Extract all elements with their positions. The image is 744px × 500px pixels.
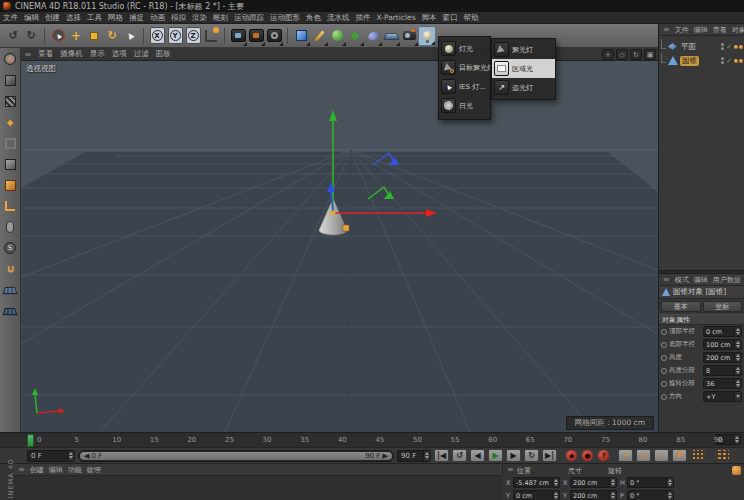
autokey-button[interactable]: ● [581, 449, 594, 462]
timeline-tick[interactable]: 40 [338, 436, 347, 444]
stepper[interactable] [666, 491, 673, 500]
viewport-menu-icon[interactable]: ≡ [21, 50, 35, 59]
coordinate-system-button[interactable] [202, 26, 220, 46]
lock-x-button[interactable]: X [148, 26, 166, 46]
gizmo-scale-handle[interactable] [343, 225, 349, 231]
key-rotation-toggle[interactable]: ○ [654, 449, 669, 462]
timeline-tick[interactable]: 75 [601, 436, 610, 444]
menu-plugins[interactable]: 插件 [353, 13, 374, 23]
attribute-manager-menu-icon[interactable]: ≡ [661, 275, 672, 284]
redo-button[interactable]: ↻ [22, 26, 40, 46]
menu-snap[interactable]: 捕捉 [126, 13, 147, 23]
menu-edit[interactable]: 编辑 [21, 13, 42, 23]
stepper[interactable] [734, 366, 741, 375]
timeline-tick[interactable]: 35 [300, 436, 309, 444]
frame-range-bar[interactable]: ◀ 0 F 90 F ▶ [80, 452, 392, 460]
timeline-tick[interactable]: 30 [263, 436, 272, 444]
primitive-cube-button[interactable] [292, 26, 310, 46]
menu-xparticles[interactable]: X-Particles [374, 13, 419, 22]
orientation-select[interactable]: +Y [703, 391, 742, 402]
size-y-input[interactable]: 200 cm [570, 490, 617, 500]
subdivision-surface-button[interactable] [328, 26, 346, 46]
timeline-tick[interactable]: 50 [413, 436, 422, 444]
magnet-snap-button[interactable]: ∩ [1, 260, 19, 278]
plane-mode-button[interactable] [1, 302, 19, 320]
timeline-tick[interactable]: 20 [187, 436, 196, 444]
object-name-selected[interactable]: 圆锥 [680, 56, 699, 66]
am-menu-userdata[interactable]: 用户数据 [711, 275, 743, 285]
light-button[interactable] [418, 26, 436, 46]
scale-tool-button[interactable] [85, 26, 103, 46]
top-radius-input[interactable]: 0 cm [703, 326, 742, 337]
record-keyframe-button[interactable]: ◆ [565, 449, 578, 462]
coordinates-panel-icon[interactable] [732, 466, 741, 475]
timeline-tick[interactable]: 25 [225, 436, 234, 444]
om-menu-objects[interactable]: 对象 [730, 25, 744, 35]
volume-button[interactable] [364, 26, 382, 46]
play-button[interactable]: ▶ [488, 449, 503, 462]
current-frame-field[interactable]: 0 F [27, 450, 75, 462]
timeline-tick[interactable]: 70 [563, 436, 572, 444]
menu-character[interactable]: 角色 [303, 13, 324, 23]
timeline-ruler[interactable]: 0 051015202530354045505560657075808590 [0, 432, 744, 447]
menu-render[interactable]: 渲染 [189, 13, 210, 23]
edge-mode-button[interactable] [1, 134, 19, 152]
menu-mograph[interactable]: 运动图形 [267, 13, 303, 23]
key-position-toggle[interactable]: + [618, 449, 633, 462]
menu-file[interactable]: 文件 [0, 13, 21, 23]
menu-select[interactable]: 选择 [63, 13, 84, 23]
vp-menu-filter[interactable]: 过滤 [130, 49, 152, 59]
dropdown-arrow-icon[interactable] [734, 392, 741, 401]
object-name[interactable]: 平面 [679, 42, 698, 52]
play-reverse-button[interactable]: ↺ [452, 449, 467, 462]
keyframe-dots-button[interactable] [715, 449, 730, 462]
stepper[interactable] [734, 379, 741, 388]
vp-menu-cameras[interactable]: 摄像机 [57, 49, 87, 59]
size-x-input[interactable]: 200 cm [570, 477, 617, 488]
tab-coordinates[interactable]: 坐标 [703, 301, 743, 312]
timeline-tick[interactable]: 5 [75, 436, 79, 444]
enabled-check-icon[interactable]: ✓ [726, 57, 732, 65]
stepper[interactable] [733, 435, 740, 444]
play-loop-button[interactable]: ↻ [524, 449, 539, 462]
polygon-mode-button[interactable] [1, 155, 19, 173]
vp-menu-view[interactable]: 查看 [35, 49, 57, 59]
rotate-view-icon[interactable]: ↻ [630, 49, 642, 60]
prev-frame-button[interactable]: ◀ [470, 449, 485, 462]
zoom-view-icon[interactable]: ◇ [616, 49, 628, 60]
live-selection-button[interactable]: ▲ [49, 26, 67, 46]
axis-mode-button[interactable] [1, 176, 19, 194]
bottom-radius-input[interactable]: 100 cm [703, 339, 742, 350]
viewport-canvas[interactable] [21, 61, 658, 432]
key-pla-toggle[interactable] [690, 449, 705, 462]
menu-window[interactable]: 窗口 [440, 13, 461, 23]
rotation-segments-input[interactable]: 36 [703, 378, 742, 389]
render-view-button[interactable] [229, 26, 247, 46]
menu-sculpt[interactable]: 雕刻 [210, 13, 231, 23]
timeline-tick[interactable]: 65 [526, 436, 535, 444]
camera-button[interactable] [400, 26, 418, 46]
tab-basic[interactable]: 基本 [661, 301, 701, 312]
viewport[interactable]: ≡ 查看 摄像机 显示 选项 过滤 面板 + ◇ ↻ ▣ 透视视图 网格间距 :… [21, 48, 658, 432]
keyframe-selection-button[interactable]: ? [597, 449, 610, 462]
stepper[interactable] [609, 478, 616, 487]
lock-y-button[interactable]: Y [166, 26, 184, 46]
menu-mesh[interactable]: 网格 [105, 13, 126, 23]
timeline-tick[interactable]: 55 [451, 436, 460, 444]
animate-dot-icon[interactable] [661, 329, 667, 335]
stepper[interactable] [552, 478, 559, 487]
menu-script[interactable]: 脚本 [419, 13, 440, 23]
animate-dot-icon[interactable] [661, 394, 667, 400]
animate-dot-icon[interactable] [661, 355, 667, 361]
render-picture-viewer-button[interactable] [247, 26, 265, 46]
timeline-tick[interactable]: 45 [375, 436, 384, 444]
gizmo-origin[interactable] [331, 211, 336, 216]
lock-z-button[interactable]: Z [184, 26, 202, 46]
vp-menu-options[interactable]: 选项 [108, 49, 130, 59]
stepper[interactable] [734, 327, 741, 336]
om-menu-file[interactable]: 文件 [673, 25, 691, 35]
object-tags-icon[interactable] [734, 59, 743, 63]
key-scale-toggle[interactable]: □ [636, 449, 651, 462]
menu-tools[interactable]: 工具 [84, 13, 105, 23]
make-editable-button[interactable]: ⊕ [1, 50, 19, 68]
